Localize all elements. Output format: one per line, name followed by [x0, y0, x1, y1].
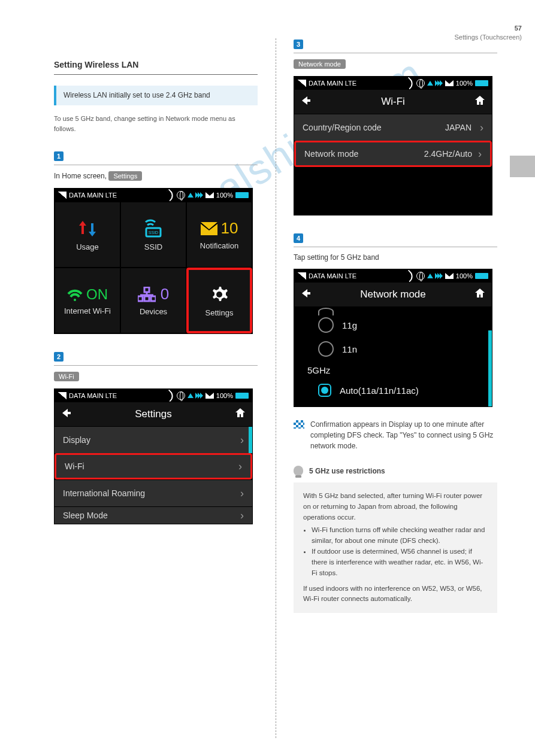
globe-icon: [177, 191, 185, 199]
battery-icon: [475, 273, 488, 279]
list-item-display[interactable]: Display ›: [55, 426, 252, 453]
list-item-network-mode[interactable]: Network mode 2.4GHz/Auto ›: [294, 141, 492, 167]
globe-icon: [416, 79, 425, 87]
svg-point-2: [74, 299, 76, 301]
title-bar: Settings: [55, 402, 252, 426]
battery-text: 100%: [216, 392, 233, 399]
svg-rect-1: [201, 222, 217, 235]
radio-button-icon: [318, 308, 334, 315]
info-note: Wireless LAN initially set to use 2.4 GH…: [54, 86, 258, 105]
mail-icon: [445, 80, 454, 86]
radio-label: Auto(11a/11n/11ac): [340, 385, 419, 396]
wifi-icon: [163, 189, 176, 202]
svg-rect-7: [144, 296, 149, 301]
back-icon[interactable]: [300, 95, 312, 110]
step-number-badge: 3: [294, 40, 303, 49]
list-item-label: International Roaming: [63, 488, 145, 498]
home-cell-notification[interactable]: 10 Notification: [186, 202, 252, 268]
radio-button-icon: [318, 341, 334, 357]
list-item-sleep[interactable]: Sleep Mode ›: [55, 506, 252, 524]
home-cell-devices[interactable]: 0 Devices: [120, 268, 186, 333]
upload-icon: [188, 193, 194, 198]
step-number-badge: 1: [54, 151, 64, 161]
radio-list: 11g 11n 5GHz Auto(11a/11n/11ac): [294, 306, 492, 406]
battery-text: 100%: [456, 80, 473, 87]
home-icon[interactable]: [234, 407, 246, 422]
mail-icon: [205, 192, 214, 198]
result-note-text: Confirmation appears in Display up to on…: [310, 419, 497, 451]
empty-space: [294, 167, 492, 215]
tip-bullet: If outdoor use is determined, W56 channe…: [312, 546, 488, 578]
signal-icon: [298, 272, 306, 280]
home-cell-label: Usage: [76, 242, 99, 251]
info-note-heading: Wireless LAN initially set to use 2.4 GH…: [64, 91, 210, 99]
data-chevrons-icon: [436, 273, 443, 279]
step-3: 3: [294, 40, 497, 49]
checkered-flag-icon: [294, 420, 304, 429]
home-cell-ssid[interactable]: SSID SSID: [120, 202, 186, 268]
step-1: 1: [54, 151, 258, 161]
list-item-label: Display: [63, 435, 90, 445]
chevron-right-icon: ›: [480, 122, 483, 134]
battery-icon: [235, 393, 249, 399]
radio-option-cut[interactable]: [318, 308, 480, 309]
chevron-right-icon: ›: [240, 487, 244, 500]
wifi-icon: [403, 77, 415, 89]
ssid-icon: SSID: [141, 218, 165, 239]
battery-text: 100%: [216, 192, 233, 199]
section-underline: [54, 74, 258, 75]
home-cell-settings[interactable]: Settings: [186, 268, 252, 333]
list-item-roaming[interactable]: International Roaming ›: [55, 479, 252, 506]
section-side-tab: [510, 156, 535, 177]
signal-icon: [58, 392, 67, 399]
list-item-country[interactable]: Country/Region code JAPAN ›: [294, 114, 492, 141]
svg-rect-8: [151, 296, 156, 301]
radio-option-5ghz-auto[interactable]: Auto(11a/11n/11ac): [318, 384, 480, 397]
chevron-right-icon: ›: [240, 434, 244, 447]
step-number-badge: 2: [54, 352, 64, 362]
radio-option-11n[interactable]: 11n: [318, 341, 480, 357]
status-bar: DATA MAIN LTE 100%: [294, 269, 492, 283]
home-icon[interactable]: [474, 287, 486, 302]
home-cell-label: Settings: [205, 308, 234, 317]
notification-count: 10: [221, 219, 238, 238]
list-item-wifi[interactable]: Wi-Fi ›: [55, 453, 252, 479]
gear-icon: [207, 284, 231, 305]
title-bar: Network mode: [294, 283, 492, 306]
step-1-instruction: In Home screen, Settings: [54, 171, 258, 181]
step-2: 2: [54, 352, 258, 362]
step-4-instruction: Tap setting for 5 GHz band: [294, 253, 497, 262]
step-1-tag: Settings: [108, 171, 142, 181]
devices-count: 0: [161, 285, 169, 303]
data-chevrons-icon: [436, 80, 443, 86]
column-divider: [276, 38, 276, 738]
step-number-badge: 4: [294, 233, 303, 243]
globe-icon: [177, 391, 185, 400]
status-bar: DATA MAIN LTE 100%: [294, 77, 492, 90]
radio-option-11g[interactable]: 11g: [318, 317, 480, 333]
step-1-text: In Home screen,: [54, 172, 107, 180]
step-underline: [294, 53, 497, 53]
carrier-text: DATA MAIN LTE: [69, 192, 117, 199]
svg-rect-6: [138, 296, 143, 301]
screen-title: Wi-Fi: [381, 96, 405, 108]
tip-tail: If used indoors with no interference on …: [303, 584, 488, 605]
home-icon[interactable]: [474, 95, 486, 110]
home-cell-usage[interactable]: Usage: [55, 202, 120, 268]
wifi-icon: [403, 269, 415, 282]
back-icon[interactable]: [61, 407, 72, 422]
status-bar: DATA MAIN LTE 100%: [55, 389, 252, 402]
upload-icon: [427, 81, 433, 86]
back-icon[interactable]: [300, 287, 312, 302]
list-item-value: JAPAN: [445, 123, 471, 132]
battery-icon: [475, 80, 488, 86]
chevron-right-icon: ›: [238, 460, 242, 473]
tip-bullet: Wi-Fi function turns off while checking …: [312, 525, 488, 546]
step-4: 4: [294, 233, 497, 243]
carrier-text: DATA MAIN LTE: [309, 272, 356, 280]
radio-button-selected-icon: [318, 384, 331, 397]
scroll-indicator: [488, 330, 492, 406]
svg-point-9: [216, 292, 222, 297]
home-cell-internet-wifi[interactable]: ON Internet Wi-Fi: [55, 268, 120, 333]
chevron-right-icon: ›: [240, 509, 244, 522]
